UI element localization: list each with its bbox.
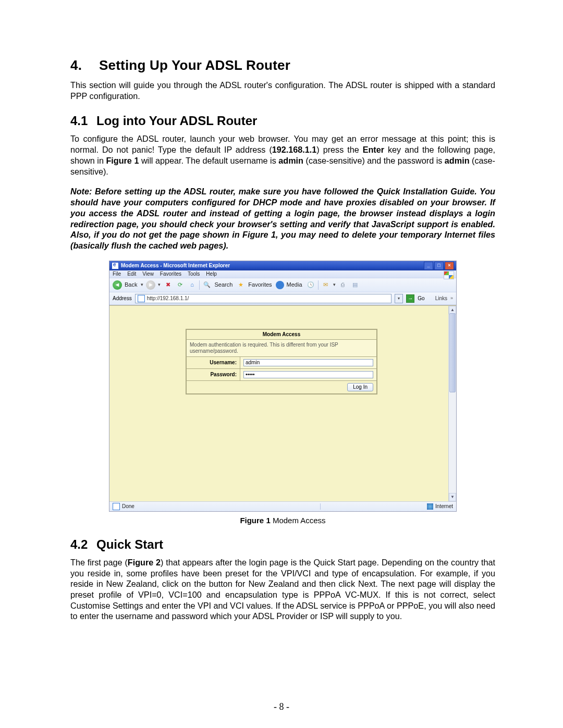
menu-help[interactable]: Help xyxy=(206,272,217,277)
heading-number: 4.2 xyxy=(70,537,96,552)
window-buttons: _ □ × xyxy=(424,262,454,270)
address-label: Address xyxy=(113,296,132,301)
text-run: The first page ( xyxy=(70,558,128,567)
password-input[interactable]: ••••• xyxy=(243,371,373,378)
login-panel-note: Modem authentication is required. This i… xyxy=(187,339,377,356)
figure-ref: Figure 1 xyxy=(106,156,139,165)
address-value: http://192.168.1.1/ xyxy=(147,296,189,301)
windows-logo-icon xyxy=(444,271,454,279)
media-icon[interactable] xyxy=(276,281,284,289)
ie-window-title: Modem Access - Microsoft Internet Explor… xyxy=(121,263,230,268)
back-dropdown-icon[interactable]: ▾ xyxy=(141,282,143,287)
heading-title: Quick Start xyxy=(96,537,163,551)
heading-section-4: 4.Setting Up Your ADSL Router xyxy=(70,57,495,73)
scrollbar-thumb[interactable] xyxy=(449,313,456,392)
menu-edit[interactable]: Edit xyxy=(127,272,136,277)
scroll-down-arrow-icon[interactable]: ▼ xyxy=(449,493,456,501)
menu-file[interactable]: File xyxy=(113,272,121,277)
toolbar-separator xyxy=(318,280,319,290)
key-name: Enter xyxy=(363,145,384,154)
heading-number: 4.1 xyxy=(70,114,96,128)
section-4-intro: This section will guide you through the … xyxy=(70,80,495,101)
heading-section-4-1: 4.1Log into Your ADSL Router xyxy=(70,114,495,128)
figure-1-screenshot: Modem Access - Microsoft Internet Explor… xyxy=(109,261,457,512)
history-icon[interactable]: 🕓 xyxy=(306,280,315,290)
section-4-1-note: Note: Before setting up the ADSL router,… xyxy=(70,186,495,251)
text-run: will appear. The default username is xyxy=(139,156,278,165)
home-icon[interactable]: ⌂ xyxy=(187,280,197,290)
section-4-1-para: To configure the ADSL router, launch you… xyxy=(70,133,495,177)
favorites-icon[interactable]: ★ xyxy=(236,280,246,290)
minimize-button[interactable]: _ xyxy=(424,262,433,270)
text-run: ) that appears after the login page is t… xyxy=(70,558,495,621)
internet-zone-label: Internet xyxy=(435,504,453,509)
favorites-label[interactable]: Favorites xyxy=(248,282,272,288)
go-label[interactable]: Go xyxy=(418,296,424,301)
heading-title: Log into Your ADSL Router xyxy=(96,114,257,128)
text-run: ) press the xyxy=(316,145,362,154)
ie-address-bar: Address http://192.168.1.1/ ▾ → Go Links… xyxy=(109,292,456,305)
search-label[interactable]: Search xyxy=(214,282,232,288)
document-page: 4.Setting Up Your ADSL Router This secti… xyxy=(0,0,563,728)
search-icon[interactable]: 🔍 xyxy=(202,280,212,290)
figure-1-text: Modem Access xyxy=(271,516,326,525)
links-chevron-icon[interactable]: » xyxy=(450,296,453,301)
print-icon[interactable]: ⎙ xyxy=(338,280,348,290)
text-run: (case-sensitive) and the password is xyxy=(303,156,445,165)
go-button[interactable]: → xyxy=(406,294,414,303)
stop-icon[interactable]: ✖ xyxy=(163,280,173,290)
refresh-icon[interactable]: ⟳ xyxy=(175,280,185,290)
ie-content-area: Modem Access Modem authentication is req… xyxy=(109,305,456,501)
section-4-2-para: The first page (Figure 2) that appears a… xyxy=(70,557,495,622)
username-input[interactable]: admin xyxy=(243,359,373,366)
forward-dropdown-icon[interactable]: ▾ xyxy=(158,282,161,287)
ie-statusbar: Done Internet xyxy=(109,501,456,511)
address-dropdown-icon[interactable]: ▾ xyxy=(395,294,403,303)
figure-ref: Figure 2 xyxy=(128,558,161,567)
toolbar-separator xyxy=(199,280,200,290)
links-label[interactable]: Links xyxy=(435,296,447,301)
forward-button-icon[interactable]: ► xyxy=(146,280,155,290)
statusbar-separator xyxy=(320,503,425,510)
figure-1-label: Figure 1 xyxy=(240,516,270,525)
menu-view[interactable]: View xyxy=(142,272,154,277)
ie-titlebar: Modem Access - Microsoft Internet Explor… xyxy=(109,261,456,270)
mail-dropdown-icon[interactable]: ▾ xyxy=(333,282,336,287)
maximize-button[interactable]: □ xyxy=(434,262,444,270)
figure-1-caption: Figure 1 Modem Access xyxy=(70,516,495,525)
ie-menubar: File Edit View Favorites Tools Help xyxy=(109,270,456,278)
heading-number: 4. xyxy=(70,57,99,73)
default-username: admin xyxy=(278,156,303,165)
address-input[interactable]: http://192.168.1.1/ xyxy=(135,294,392,303)
vertical-scrollbar[interactable]: ▲ ▼ xyxy=(448,306,456,501)
login-panel-title: Modem Access xyxy=(187,329,377,339)
back-button-icon[interactable]: ◄ xyxy=(113,280,122,290)
default-password: admin xyxy=(445,156,470,165)
password-label: Password: xyxy=(187,368,240,380)
heading-section-4-2: 4.2Quick Start xyxy=(70,537,495,552)
mail-icon[interactable]: ✉ xyxy=(321,280,331,290)
ie-app-icon xyxy=(112,262,119,269)
default-ip: 192.168.1.1 xyxy=(272,145,317,154)
ie-toolbar: ◄ Back ▾ ► ▾ ✖ ⟳ ⌂ 🔍 Search ★ Favorites … xyxy=(109,278,456,292)
status-done-icon xyxy=(113,503,120,510)
heading-title: Setting Up Your ADSL Router xyxy=(99,57,290,73)
back-button-label[interactable]: Back xyxy=(125,282,137,288)
edit-icon[interactable]: ▤ xyxy=(350,280,360,290)
internet-zone-icon xyxy=(427,503,433,510)
username-label: Username: xyxy=(187,356,240,368)
page-number: - 8 - xyxy=(0,701,563,712)
login-button[interactable]: Log In xyxy=(347,383,373,391)
menu-tools[interactable]: Tools xyxy=(188,272,200,277)
page-icon xyxy=(138,295,145,302)
close-button[interactable]: × xyxy=(445,262,454,270)
modem-login-panel: Modem Access Modem authentication is req… xyxy=(186,329,377,394)
status-done-label: Done xyxy=(122,504,134,509)
menu-favorites[interactable]: Favorites xyxy=(160,272,181,277)
media-label[interactable]: Media xyxy=(287,282,302,288)
